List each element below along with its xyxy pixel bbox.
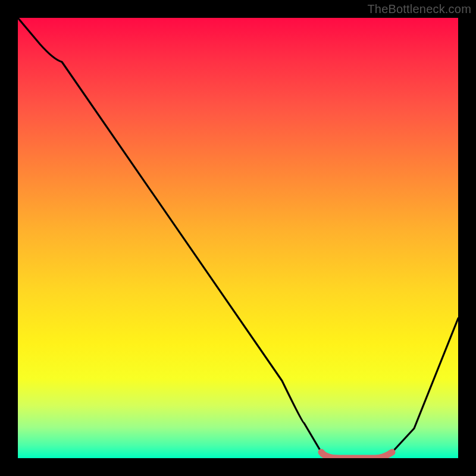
bottleneck-curve bbox=[18, 18, 458, 458]
flat-segment-highlight bbox=[321, 452, 392, 458]
curve-svg bbox=[18, 18, 458, 458]
watermark-text: TheBottleneck.com bbox=[367, 2, 471, 16]
plot-area bbox=[18, 18, 458, 458]
chart-container: TheBottleneck.com bbox=[0, 0, 476, 476]
